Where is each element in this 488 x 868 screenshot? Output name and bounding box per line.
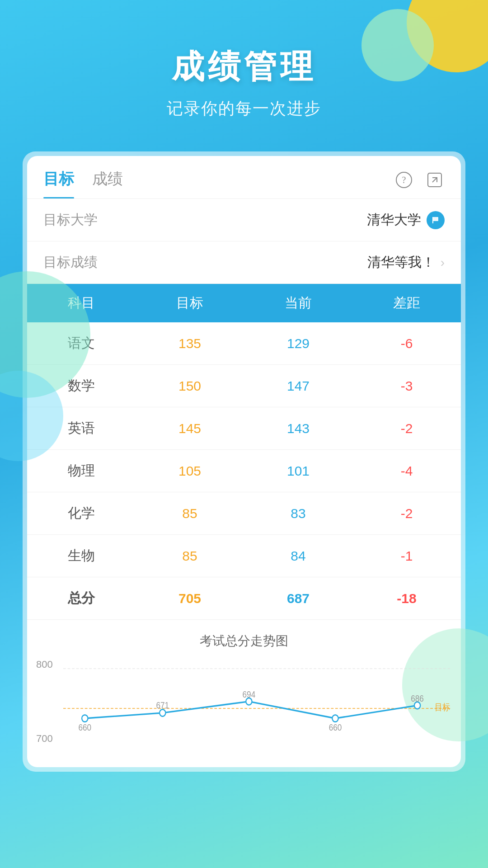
cell-current: 147 (244, 365, 352, 407)
cell-diff: -2 (352, 492, 461, 535)
svg-rect-4 (433, 217, 438, 221)
main-card: 目标 成绩 ? (27, 156, 461, 767)
export-icon (426, 171, 443, 189)
target-university-label: 目标大学 (43, 211, 367, 229)
y-label-700: 700 (36, 733, 53, 745)
export-button[interactable] (425, 170, 445, 190)
cell-current: 687 (244, 577, 352, 620)
table-row: 物理 105 101 -4 (27, 450, 461, 492)
cell-diff: -2 (352, 407, 461, 450)
cell-diff: -1 (352, 535, 461, 577)
chevron-right-icon: › (441, 255, 445, 270)
cell-current: 101 (244, 450, 352, 492)
table-row: 总分 705 687 -18 (27, 577, 461, 620)
svg-text:671: 671 (156, 700, 169, 710)
card-container: 目标 成绩 ? (23, 151, 465, 772)
tab-actions: ? (394, 170, 445, 197)
cell-target: 705 (136, 577, 244, 620)
cell-subject: 物理 (27, 450, 136, 492)
svg-line-3 (432, 178, 437, 182)
table-header-row: 科目 目标 当前 差距 (27, 284, 461, 322)
svg-point-8 (82, 715, 88, 722)
cell-target: 85 (136, 535, 244, 577)
cell-target: 135 (136, 322, 244, 365)
table-row: 英语 145 143 -2 (27, 407, 461, 450)
svg-text:660: 660 (329, 722, 342, 732)
target-score-value: 清华等我！ › (367, 253, 445, 272)
cell-current: 129 (244, 322, 352, 365)
help-button[interactable]: ? (394, 170, 414, 190)
cell-target: 145 (136, 407, 244, 450)
tabs-bar: 目标 成绩 ? (27, 156, 461, 199)
cell-diff: -4 (352, 450, 461, 492)
cell-subject: 总分 (27, 577, 136, 620)
cell-diff: -3 (352, 365, 461, 407)
svg-text:660: 660 (78, 722, 91, 732)
svg-text:目标: 目标 (435, 702, 450, 712)
table-row: 数学 150 147 -3 (27, 365, 461, 407)
chart-section: 考试总分走势图 800 700 (27, 620, 461, 767)
target-score-row[interactable]: 目标成绩 清华等我！ › (27, 241, 461, 284)
tab-target[interactable]: 目标 (43, 169, 74, 198)
cell-target: 150 (136, 365, 244, 407)
help-icon: ? (395, 171, 413, 189)
cell-diff: -6 (352, 322, 461, 365)
tab-score[interactable]: 成绩 (92, 169, 123, 198)
chart-title: 考试总分走势图 (36, 632, 452, 650)
score-table: 科目 目标 当前 差距 语文 135 129 -6 数学 150 147 -3 … (27, 284, 461, 620)
cell-diff: -18 (352, 577, 461, 620)
cell-current: 143 (244, 407, 352, 450)
cell-target: 85 (136, 492, 244, 535)
page-subtitle: 记录你的每一次进步 (0, 98, 488, 120)
cell-target: 105 (136, 450, 244, 492)
col-header-diff: 差距 (352, 284, 461, 322)
table-row: 语文 135 129 -6 (27, 322, 461, 365)
svg-text:686: 686 (411, 693, 424, 703)
cell-subject: 生物 (27, 535, 136, 577)
svg-text:694: 694 (243, 689, 256, 699)
col-header-target: 目标 (136, 284, 244, 322)
cell-subject: 化学 (27, 492, 136, 535)
target-university-value: 清华大学 (367, 211, 445, 229)
deco-circle-green (361, 9, 434, 81)
svg-point-11 (332, 715, 338, 722)
chart-svg: 660 671 694 660 686 目标 (63, 659, 452, 758)
y-label-800: 800 (36, 659, 53, 670)
cell-current: 84 (244, 535, 352, 577)
svg-point-9 (160, 709, 165, 716)
chart-y-labels: 800 700 (36, 659, 56, 745)
cell-current: 83 (244, 492, 352, 535)
chart-area: 800 700 (36, 659, 452, 758)
target-score-label: 目标成绩 (43, 253, 367, 272)
target-university-row[interactable]: 目标大学 清华大学 (27, 199, 461, 241)
flag-icon (427, 211, 445, 229)
table-row: 生物 85 84 -1 (27, 535, 461, 577)
col-header-current: 当前 (244, 284, 352, 322)
svg-text:?: ? (402, 175, 406, 185)
table-row: 化学 85 83 -2 (27, 492, 461, 535)
